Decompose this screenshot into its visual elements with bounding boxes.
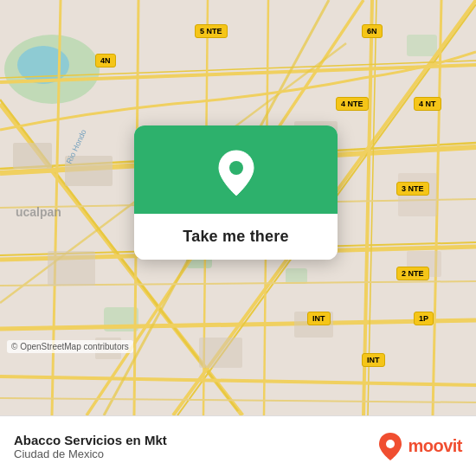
svg-text:ucalpan: ucalpan	[16, 205, 61, 219]
bottom-info: Abacco Servicios en Mkt Ciudad de Mexico	[14, 433, 167, 460]
road-badge-int-1: INT	[307, 312, 331, 325]
road-badge-4nte-1: 4 NTE	[336, 97, 369, 111]
road-badge-4n: 4N	[95, 54, 116, 68]
road-badge-1p: 1P	[414, 312, 434, 325]
svg-point-44	[229, 161, 243, 175]
svg-rect-38	[199, 338, 242, 368]
place-city: Ciudad de Mexico	[14, 447, 167, 460]
svg-point-2	[17, 46, 69, 84]
card-button-section[interactable]: Take me there	[134, 214, 338, 260]
moovit-logo: moovit	[378, 432, 462, 461]
card-overlay: Take me there	[134, 125, 338, 260]
road-badge-3nte-2: 3 NTE	[396, 182, 429, 196]
svg-point-45	[386, 440, 395, 448]
copyright-text: © OpenStreetMap contributors	[7, 340, 133, 353]
bottom-bar: Abacco Servicios en Mkt Ciudad de Mexico…	[0, 415, 476, 476]
svg-rect-32	[13, 143, 52, 169]
svg-rect-6	[407, 35, 437, 56]
place-name: Abacco Servicios en Mkt	[14, 433, 167, 447]
road-badge-5nte: 5 NTE	[195, 24, 228, 38]
road-badge-6n: 6N	[362, 24, 383, 38]
map-container: ucalpan Rio Hondo 4N 5 NTE 6N 4 NTE 4 NT…	[0, 0, 476, 415]
svg-rect-4	[286, 268, 307, 284]
moovit-pin-icon	[378, 432, 402, 461]
svg-rect-36	[48, 251, 95, 286]
take-me-there-button[interactable]: Take me there	[183, 228, 288, 246]
road-badge-4nte-2: 4 NT	[414, 97, 441, 111]
card-green-section	[134, 125, 338, 214]
road-badge-2nte: 2 NTE	[396, 267, 429, 280]
moovit-text: moovit	[408, 436, 462, 456]
road-badge-int-2: INT	[362, 353, 385, 367]
location-pin-icon	[213, 150, 260, 196]
